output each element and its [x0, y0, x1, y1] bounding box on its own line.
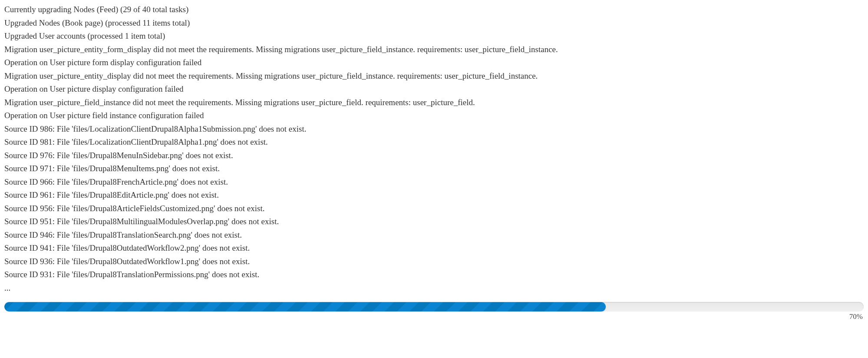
message-line: Source ID 961: File 'files/Drupal8EditAr…	[4, 189, 864, 202]
progress-percentage-label: 70%	[4, 312, 864, 321]
message-line: Source ID 956: File 'files/Drupal8Articl…	[4, 202, 864, 215]
progress-container: 70%	[4, 302, 864, 321]
progress-bar-fill	[4, 302, 606, 312]
message-line: Migration user_picture_entity_form_displ…	[4, 43, 864, 56]
message-line: Upgraded Nodes (Book page) (processed 11…	[4, 17, 864, 30]
message-line: Source ID 981: File 'files/LocalizationC…	[4, 136, 864, 149]
progress-bar-track	[4, 302, 864, 312]
message-line: Source ID 951: File 'files/Drupal8Multil…	[4, 215, 864, 228]
message-line: Source ID 966: File 'files/Drupal8French…	[4, 176, 864, 189]
message-line: Upgraded User accounts (processed 1 item…	[4, 30, 864, 43]
message-line: Source ID 936: File 'files/Drupal8Outdat…	[4, 255, 864, 268]
message-line: Operation on User picture form display c…	[4, 56, 864, 69]
message-line: Operation on User picture display config…	[4, 83, 864, 96]
message-line: ...	[4, 282, 864, 295]
message-line: Operation on User picture field instance…	[4, 109, 864, 122]
message-line: Source ID 976: File 'files/Drupal8MenuIn…	[4, 149, 864, 162]
message-line: Source ID 986: File 'files/LocalizationC…	[4, 123, 864, 136]
message-line: Migration user_picture_field_instance di…	[4, 96, 864, 109]
message-line: Currently upgrading Nodes (Feed) (29 of …	[4, 3, 864, 16]
migration-messages: Currently upgrading Nodes (Feed) (29 of …	[4, 3, 864, 294]
message-line: Migration user_picture_entity_display di…	[4, 70, 864, 83]
message-line: Source ID 946: File 'files/Drupal8Transl…	[4, 229, 864, 242]
message-line: Source ID 941: File 'files/Drupal8Outdat…	[4, 242, 864, 255]
message-line: Source ID 931: File 'files/Drupal8Transl…	[4, 268, 864, 281]
message-line: Source ID 971: File 'files/Drupal8MenuIt…	[4, 162, 864, 175]
